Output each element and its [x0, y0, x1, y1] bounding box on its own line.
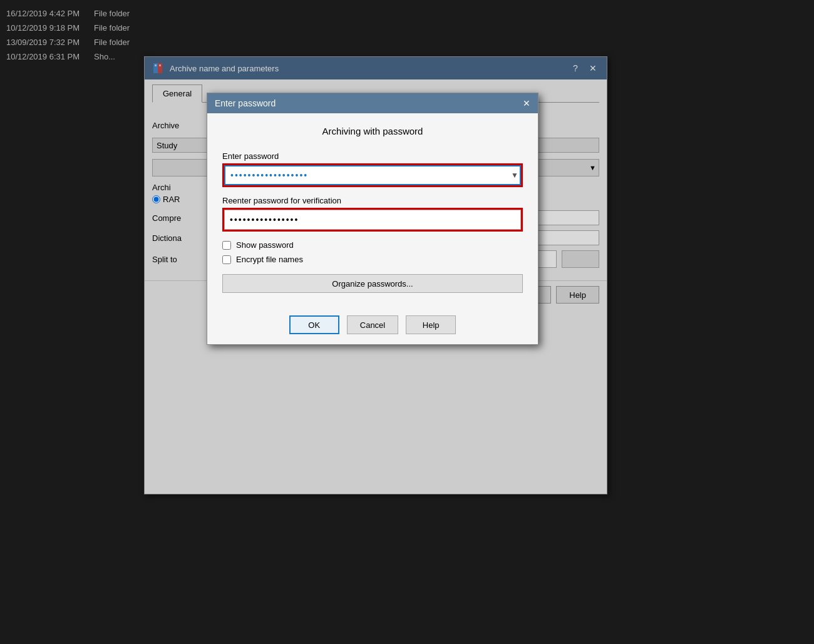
enter-password-wrapper: ▼	[222, 163, 523, 187]
password-dialog: Enter password ✕ Archiving with password…	[207, 93, 538, 345]
password-dialog-titlebar: Enter password ✕	[207, 93, 538, 113]
reenter-password-label: Reenter password for verification	[222, 196, 523, 205]
password-ok-btn[interactable]: OK	[289, 315, 339, 334]
encrypt-names-row: Encrypt file names	[222, 255, 523, 264]
password-dialog-body: Archiving with password Enter password ▼…	[207, 113, 538, 308]
encrypt-names-checkbox[interactable]	[222, 255, 231, 264]
encrypt-names-label[interactable]: Encrypt file names	[236, 255, 303, 264]
password-dialog-buttons: OK Cancel Help	[207, 308, 538, 344]
password-cancel-btn[interactable]: Cancel	[347, 315, 398, 334]
show-password-label[interactable]: Show password	[236, 240, 294, 250]
reenter-password-input[interactable]	[224, 210, 521, 230]
password-help-btn[interactable]: Help	[406, 315, 456, 334]
password-dialog-close-btn[interactable]: ✕	[523, 98, 530, 108]
show-password-checkbox[interactable]	[222, 241, 231, 250]
reenter-password-wrapper	[222, 208, 523, 232]
show-password-row: Show password	[222, 240, 523, 250]
password-dialog-title-text: Enter password	[215, 98, 276, 108]
enter-password-label: Enter password	[222, 151, 523, 161]
organize-passwords-btn[interactable]: Organize passwords...	[222, 274, 523, 293]
password-dialog-heading: Archiving with password	[222, 126, 523, 136]
enter-password-input[interactable]	[224, 165, 521, 185]
